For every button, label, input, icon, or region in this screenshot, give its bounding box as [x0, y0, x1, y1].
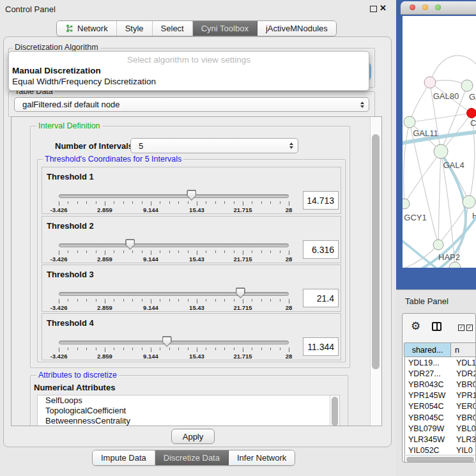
pane-scrollbar-thumb[interactable]	[372, 134, 380, 369]
network-canvas[interactable]: GAL80GACGAL11GAL4GCY1HHAP2	[403, 16, 476, 268]
tab-cyni-toolbox[interactable]: Cyni Toolbox	[193, 21, 257, 36]
tab-impute-data[interactable]: Impute Data	[93, 450, 155, 465]
pane-scrollbar-track[interactable]	[370, 117, 381, 426]
dropdown-option-manual[interactable]: Manual Discretization	[12, 66, 366, 76]
network-node[interactable]	[467, 109, 476, 118]
attribute-item[interactable]: TopologicalCoefficient	[38, 406, 339, 416]
attributes-group: Attributes to discretize Numerical Attri…	[30, 375, 348, 426]
slider-thumb[interactable]	[187, 190, 196, 201]
slider-track[interactable]	[59, 243, 289, 247]
tab-select[interactable]: Select	[153, 21, 193, 36]
network-window-titlebar[interactable]	[401, 1, 476, 15]
table-row[interactable]: YBR045CYBR0	[405, 412, 476, 423]
traffic-light-green-icon[interactable]	[435, 4, 441, 10]
threshold-4-value-input[interactable]: 11.344	[303, 337, 339, 356]
attribute-items: SelfLoopsTopologicalCoefficientBetweenne…	[38, 395, 339, 426]
attributes-group-title: Attributes to discretize	[36, 371, 119, 380]
threshold-2-value-input[interactable]: 6.316	[303, 240, 339, 259]
network-node[interactable]	[403, 199, 410, 209]
table-row[interactable]: YER054CYER0	[405, 401, 476, 412]
numerical-attributes-label: Numerical Attributes	[34, 383, 115, 392]
slider-track[interactable]	[59, 292, 289, 296]
tab-infer-network[interactable]: Infer Network	[229, 450, 295, 465]
dropdown-option-equal-width[interactable]: Equal Width/Frequency Discretization	[12, 77, 366, 87]
list-scrollbar-track[interactable]	[330, 395, 339, 426]
network-node[interactable]	[424, 77, 436, 88]
threshold-1-title: Threshold 1	[47, 172, 94, 181]
slider-tick-labels: -3.4262.8599.14415.4321.71528	[59, 256, 289, 263]
column-header-shared-name[interactable]: shared...	[404, 343, 451, 357]
tab-jactivemnodules[interactable]: jActiveMNodules	[257, 21, 336, 36]
table-rows: YDL19...YDL1YDR27...YDR2YBR043CYBR0YPR14…	[404, 357, 476, 454]
table-panel-title: Table Panel	[405, 296, 449, 306]
threshold-4-slider[interactable]: -3.4262.8599.14415.4321.71528	[59, 335, 289, 360]
thresholds-group: Threshold's Coordinates for 5 Intervals …	[37, 159, 346, 362]
table-row[interactable]: YBR043CYBR0	[405, 379, 476, 390]
table-data-combobox[interactable]: galFiltered.sif default node	[14, 97, 369, 112]
table-row[interactable]: YBL079WYBL0	[405, 423, 476, 434]
gear-icon[interactable]: ⚙	[411, 321, 420, 332]
threshold-3-title: Threshold 3	[47, 270, 94, 279]
split-pane-icon[interactable]	[432, 322, 441, 331]
checkbox-icon[interactable]: ✓	[458, 325, 464, 331]
settings-scrollpane: Interval Definition Number of Intervals …	[11, 116, 382, 426]
network-node[interactable]	[434, 144, 448, 158]
checkbox-icon[interactable]: ✓	[466, 325, 473, 331]
column-header-name[interactable]: n	[450, 343, 476, 357]
table-hscrollbar-track[interactable]	[404, 455, 476, 463]
network-node[interactable]	[433, 240, 443, 250]
app-root: Control Panel ✕ Network Style Select Cyn…	[0, 0, 476, 476]
network-node[interactable]	[463, 196, 475, 208]
control-panel-titlebar: Control Panel ✕	[0, 0, 396, 18]
traffic-light-yellow-icon[interactable]	[422, 4, 428, 10]
network-nodes[interactable]: GAL80GACGAL11GAL4GCY1HHAP2	[403, 77, 476, 268]
apply-button[interactable]: Apply	[171, 429, 215, 444]
table-row[interactable]: YPR145WYPR1	[405, 390, 476, 401]
slider-ticks	[59, 348, 289, 353]
threshold-1-value-input[interactable]: 14.713	[303, 191, 339, 210]
attribute-item[interactable]: BetweennessCentrality	[38, 416, 339, 426]
slider-thumb[interactable]	[162, 336, 172, 347]
slider-track[interactable]	[59, 341, 289, 344]
table-toolbar: ⚙ ✓ ✓	[403, 314, 475, 342]
traffic-light-red-icon[interactable]	[410, 4, 415, 10]
threshold-3-slider[interactable]: -3.4262.8599.14415.4321.71528	[59, 287, 289, 311]
slider-thumb[interactable]	[125, 239, 135, 250]
network-node-label: C	[470, 118, 476, 128]
slider-thumb[interactable]	[236, 288, 245, 298]
table-row[interactable]: YDR27...YDR2	[405, 368, 476, 379]
threshold-1-panel: Threshold 1 -3.4262.8599.14415.4321.7152…	[42, 167, 341, 214]
network-node[interactable]	[404, 116, 415, 128]
panel-title: Control Panel	[5, 4, 56, 14]
network-node-label: GCY1	[404, 213, 426, 222]
close-icon[interactable]: ✕	[380, 3, 387, 13]
network-node-label: H	[472, 211, 476, 220]
tab-network[interactable]: Network	[57, 21, 117, 36]
network-node[interactable]	[449, 262, 461, 268]
thresholds-group-title: Threshold's Coordinates for 5 Intervals	[43, 155, 183, 164]
threshold-1-slider[interactable]: -3.4262.8599.14415.4321.71528	[59, 189, 289, 213]
threshold-2-slider[interactable]: -3.4262.8599.14415.4321.71528	[59, 238, 289, 263]
algorithm-dropdown-popup: Select algorithm to view settings Manual…	[8, 51, 369, 91]
table-row[interactable]: YIL052CYIL0	[405, 445, 476, 455]
network-graph: GAL80GACGAL11GAL4GCY1HHAP2	[403, 16, 476, 268]
bottom-tab-bar: Impute Data Discretize Data Infer Networ…	[92, 450, 295, 466]
float-window-icon[interactable]	[370, 6, 377, 12]
table-row[interactable]: YLR345WYLR3	[405, 434, 476, 445]
number-of-intervals-combobox[interactable]: 5	[130, 138, 298, 153]
combo-arrows-icon	[360, 102, 364, 108]
tab-discretize-data[interactable]: Discretize Data	[155, 450, 229, 465]
threshold-4-panel: Threshold 4 -3.4262.8599.14415.4321.7152…	[42, 313, 341, 360]
table-row[interactable]: YDL19...YDL1	[405, 357, 476, 368]
number-of-intervals-value: 5	[131, 141, 143, 151]
attribute-item[interactable]: SelfLoops	[38, 395, 339, 406]
network-node[interactable]	[461, 80, 473, 91]
threshold-3-value-input[interactable]: 21.4	[303, 289, 339, 307]
table-hscrollbar-thumb[interactable]	[406, 457, 474, 462]
network-node-label: HAP2	[438, 252, 460, 262]
slider-tick-labels: -3.4262.8599.14415.4321.71528	[59, 353, 289, 360]
list-scrollbar-thumb[interactable]	[332, 397, 338, 426]
slider-track[interactable]	[59, 194, 289, 198]
slider-ticks	[59, 299, 289, 304]
tab-style[interactable]: Style	[117, 21, 153, 36]
